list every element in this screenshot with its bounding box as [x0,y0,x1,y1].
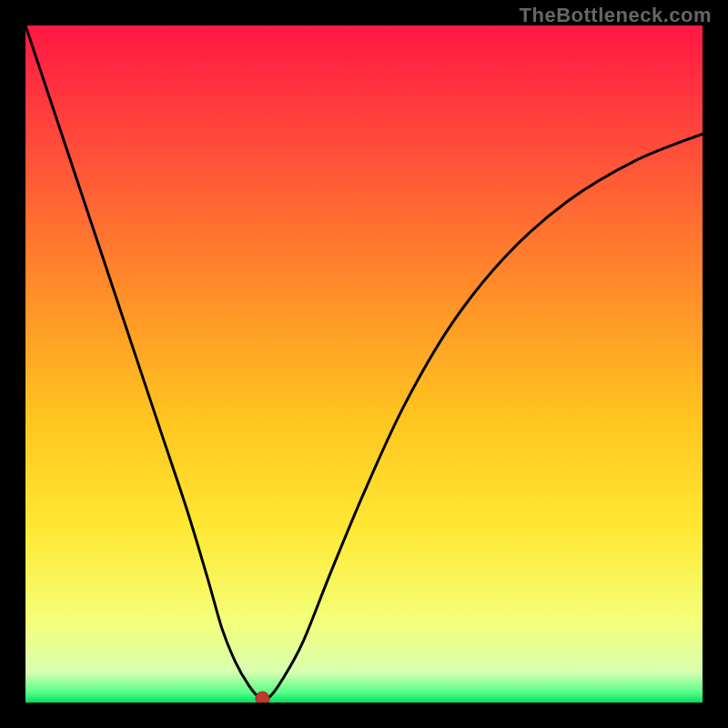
chart-svg [25,25,703,703]
plot-area [25,25,703,703]
minimum-marker [256,692,269,703]
chart-figure: TheBottleneck.com [0,0,728,728]
watermark-label: TheBottleneck.com [520,4,712,27]
gradient-background [25,25,703,703]
